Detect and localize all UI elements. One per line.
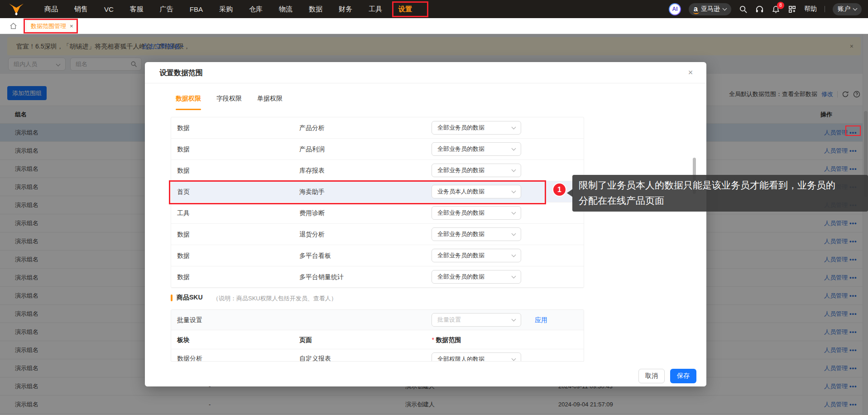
modal-close-icon[interactable]: × <box>685 67 696 78</box>
module-cell: 数据 <box>177 117 190 138</box>
nav-item-客服[interactable]: 客服 <box>130 5 144 14</box>
tab-label: 数据范围管理 <box>31 22 66 30</box>
sku-partial-row: 数据分析 自定义报表 全部权限人的数据 <box>171 349 584 362</box>
set-data-scope-modal: 设置数据范围 × 数据权限字段权限单据权限 数据产品分析全部业务员的数据数据产品… <box>145 62 706 386</box>
account-label: 账户 <box>838 5 850 13</box>
sku-table-header: 板块 页面 *数据范围 <box>171 330 584 349</box>
nav-item-销售[interactable]: 销售 <box>74 5 88 14</box>
tab-data-scope-management[interactable]: 数据范围管理 × <box>26 20 78 32</box>
batch-select-placeholder: 批量设置 <box>437 314 461 326</box>
nav-item-工具[interactable]: 工具 <box>369 5 382 14</box>
nav-item-采购[interactable]: 采购 <box>219 5 233 14</box>
notification-count-badge: 8 <box>777 2 784 9</box>
search-icon[interactable] <box>739 5 748 14</box>
nav-item-FBA[interactable]: FBA <box>190 5 203 13</box>
scope-select-value: 全部业务员的数据 <box>437 270 484 283</box>
nav-item-物流[interactable]: 物流 <box>279 5 293 14</box>
column-header-page: 页面 <box>299 330 312 349</box>
scope-select-value: 全部业务员的数据 <box>437 143 484 155</box>
nav-item-数据[interactable]: 数据 <box>309 5 322 14</box>
nav-item-设置[interactable]: 设置 <box>398 5 412 14</box>
permission-row: 数据多平台看板全部业务员的数据 <box>171 245 584 266</box>
modal-tabs: 数据权限字段权限单据权限 <box>176 95 283 107</box>
nav-item-广告[interactable]: 广告 <box>160 5 173 14</box>
ai-assistant-button[interactable]: AI <box>669 3 681 15</box>
page-cell: 海卖助手 <box>299 181 325 202</box>
save-button[interactable]: 保存 <box>670 369 696 383</box>
divider <box>145 83 706 83</box>
modal-footer: 取消 保存 <box>145 362 706 386</box>
batch-setting-select[interactable]: 批量设置 <box>432 313 521 327</box>
chevron-down-icon <box>723 6 727 10</box>
module-cell: 数据 <box>177 245 190 266</box>
scope-select[interactable]: 全部业务员的数据 <box>432 164 521 177</box>
permission-row: 工具费用诊断全部业务员的数据 <box>171 203 584 224</box>
scope-select-value: 全部业务员的数据 <box>437 121 484 134</box>
scope-select[interactable]: 全部业务员的数据 <box>432 206 521 220</box>
apply-link[interactable]: 应用 <box>535 310 547 330</box>
scope-select-value: 全部业务员的数据 <box>437 207 484 219</box>
chevron-down-icon <box>512 357 516 361</box>
section-accent-bar <box>171 294 173 301</box>
chevron-down-icon <box>853 6 858 10</box>
navbar-right-cluster: AI a 亚马逊 8 帮助 账户 <box>669 0 862 18</box>
scope-select[interactable]: 全部业务员的数据 <box>432 249 521 262</box>
permission-row: 首页海卖助手业务员本人的数据 <box>171 181 584 203</box>
nav-item-VC[interactable]: VC <box>104 5 114 13</box>
amazon-logo-icon: a <box>694 6 698 12</box>
modal-tab-数据权限[interactable]: 数据权限 <box>176 95 201 107</box>
cancel-button[interactable]: 取消 <box>638 369 665 383</box>
help-link[interactable]: 帮助 <box>804 5 817 13</box>
chevron-down-icon <box>512 317 516 322</box>
required-mark: * <box>432 336 434 343</box>
module-cell: 数据分析 <box>177 349 202 362</box>
notifications-bell-icon[interactable]: 8 <box>772 5 780 14</box>
scope-select[interactable]: 全部业务员的数据 <box>432 142 521 156</box>
chevron-down-icon <box>512 125 516 130</box>
headset-support-icon[interactable] <box>755 5 764 14</box>
nav-item-财务[interactable]: 财务 <box>339 5 352 14</box>
page-cell: 产品利润 <box>299 139 325 159</box>
chevron-down-icon <box>512 189 516 193</box>
scope-select[interactable]: 业务员本人的数据 <box>432 185 521 198</box>
permission-table: 数据产品分析全部业务员的数据数据产品利润全部业务员的数据数据库存报表全部业务员的… <box>171 117 584 288</box>
tab-close-icon[interactable]: × <box>70 23 73 29</box>
chevron-down-icon <box>512 253 516 257</box>
chevron-down-icon <box>512 232 516 236</box>
chevron-down-icon <box>512 146 516 151</box>
chevron-down-icon <box>512 210 516 215</box>
scope-select[interactable]: 全部业务员的数据 <box>432 270 521 284</box>
account-menu[interactable]: 账户 <box>833 3 862 15</box>
annotation-step-badge: 1 <box>552 183 566 197</box>
module-cell: 数据 <box>177 139 190 159</box>
permission-row: 数据多平台销量统计全部业务员的数据 <box>171 266 584 288</box>
sku-section-title: 商品SKU <box>177 294 203 302</box>
scope-select[interactable]: 全部权限人的数据 <box>432 352 521 362</box>
annotation-tooltip: 限制了业务员本人的数据只能是该业务员才能看到，业务员的分配在在线产品页面 <box>572 175 868 212</box>
apps-grid-icon[interactable] <box>788 5 796 14</box>
column-header-module: 板块 <box>177 330 190 349</box>
module-cell: 首页 <box>177 181 190 202</box>
page-tab-bar: 数据范围管理 × <box>0 18 868 34</box>
scope-select[interactable]: 全部业务员的数据 <box>432 227 521 241</box>
chevron-down-icon <box>512 168 516 172</box>
sku-table: 批量设置 批量设置 应用 板块 页面 *数据范围 数据分析 自定义报表 全部权限… <box>171 309 584 362</box>
divider <box>825 6 825 12</box>
page-cell: 多平台看板 <box>299 245 331 266</box>
scope-select-value: 全部业务员的数据 <box>437 164 484 177</box>
page-cell: 退货分析 <box>299 224 325 245</box>
scope-select-value: 全部业务员的数据 <box>437 249 484 262</box>
batch-setting-row: 批量设置 批量设置 应用 <box>171 310 584 330</box>
scope-select[interactable]: 全部业务员的数据 <box>432 121 521 135</box>
nav-item-商品[interactable]: 商品 <box>44 5 58 14</box>
brand-fox-logo <box>6 2 26 16</box>
modal-tab-单据权限[interactable]: 单据权限 <box>257 95 283 107</box>
top-navbar: 商品销售VC客服广告FBA采购仓库物流数据财务工具设置 AI a 亚马逊 8 帮… <box>0 0 868 18</box>
home-icon[interactable] <box>10 22 17 30</box>
scope-select-value: 业务员本人的数据 <box>437 185 484 198</box>
sku-section-note: （说明：商品SKU权限人包括开发员、查看人） <box>213 294 337 303</box>
module-cell: 数据 <box>177 224 190 245</box>
marketplace-switcher[interactable]: a 亚马逊 <box>689 3 731 15</box>
nav-item-仓库[interactable]: 仓库 <box>249 5 263 14</box>
modal-tab-字段权限[interactable]: 字段权限 <box>216 95 242 107</box>
